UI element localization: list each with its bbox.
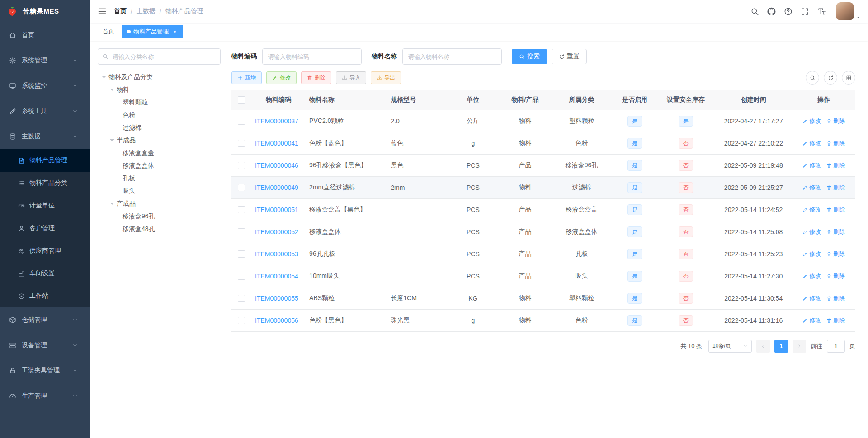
edit-button[interactable]: 修改: [266, 71, 297, 84]
row-delete-button[interactable]: 删除: [826, 184, 845, 192]
row-edit-button[interactable]: 修改: [802, 161, 821, 170]
columns-button[interactable]: [842, 71, 855, 85]
row-edit-button[interactable]: 修改: [802, 272, 821, 280]
caret-icon[interactable]: [102, 76, 106, 80]
row-checkbox[interactable]: [238, 118, 245, 125]
reset-button[interactable]: 重置: [552, 49, 587, 64]
row-checkbox[interactable]: [238, 250, 245, 258]
row-delete-button[interactable]: 删除: [826, 272, 845, 280]
tree-node[interactable]: 塑料颗粒: [98, 96, 221, 109]
material-name-input[interactable]: [402, 48, 502, 65]
material-code-link[interactable]: ITEM00000046: [255, 162, 298, 169]
material-code-link[interactable]: ITEM00000041: [255, 140, 298, 147]
sidebar-item-workshop-settings[interactable]: 车间设置: [0, 262, 90, 285]
hamburger-icon[interactable]: [98, 7, 107, 16]
sidebar-item-warehouse-mgmt[interactable]: 仓储管理: [0, 307, 90, 333]
sidebar-logo[interactable]: 苦糖果MES: [0, 0, 90, 23]
material-code-link[interactable]: ITEM00000054: [255, 273, 298, 280]
tree-node[interactable]: 移液盒盒体: [98, 160, 221, 172]
row-checkbox[interactable]: [238, 162, 245, 169]
tree-node[interactable]: 吸头: [98, 185, 221, 198]
tree-node[interactable]: 物料: [98, 84, 221, 96]
sidebar-item-material-product-mgmt[interactable]: 物料产品管理: [0, 149, 90, 172]
breadcrumb-item[interactable]: 主数据: [137, 7, 156, 15]
row-delete-button[interactable]: 删除: [826, 316, 845, 325]
row-edit-button[interactable]: 修改: [802, 228, 821, 236]
row-checkbox[interactable]: [238, 317, 245, 324]
material-code-input[interactable]: [262, 48, 362, 65]
sidebar-item-workstation[interactable]: 工作站: [0, 285, 90, 307]
import-button[interactable]: 导入: [336, 71, 366, 84]
sidebar-item-measure-unit[interactable]: 计量单位: [0, 194, 90, 217]
material-code-link[interactable]: ITEM00000053: [255, 250, 298, 258]
add-button[interactable]: 新增: [231, 71, 262, 84]
row-checkbox[interactable]: [238, 206, 245, 213]
row-checkbox[interactable]: [238, 184, 245, 191]
sidebar-item-fixture-mgmt[interactable]: 工装夹具管理: [0, 358, 90, 383]
row-delete-button[interactable]: 删除: [826, 250, 845, 258]
material-code-link[interactable]: ITEM00000055: [255, 295, 298, 302]
tree-node[interactable]: 产成品: [98, 198, 221, 210]
caret-icon[interactable]: [110, 203, 114, 207]
show-search-button[interactable]: [806, 71, 819, 85]
tree-node[interactable]: 移液盒盒盖: [98, 147, 221, 160]
sidebar-item-equipment-mgmt[interactable]: 设备管理: [0, 333, 90, 358]
row-checkbox[interactable]: [238, 228, 245, 235]
tab-home[interactable]: 首页: [98, 25, 119, 38]
sidebar-item-supplier-mgmt[interactable]: 供应商管理: [0, 240, 90, 262]
prev-page-button[interactable]: [756, 340, 770, 353]
tab-material-product-mgmt[interactable]: 物料产品管理×: [122, 25, 183, 38]
row-delete-button[interactable]: 删除: [826, 228, 845, 236]
row-delete-button[interactable]: 删除: [826, 294, 845, 302]
close-icon[interactable]: ×: [171, 28, 178, 35]
page-1-button[interactable]: 1: [774, 340, 788, 353]
tree-node[interactable]: 过滤棉: [98, 122, 221, 134]
sidebar-item-home[interactable]: 首页: [0, 23, 90, 48]
navbar-font-size-button[interactable]: [817, 7, 826, 16]
material-code-link[interactable]: ITEM00000052: [255, 228, 298, 235]
tree-node[interactable]: 孔板: [98, 172, 221, 185]
sidebar-item-system-monitor[interactable]: 系统监控: [0, 73, 90, 99]
row-checkbox[interactable]: [238, 295, 245, 302]
refresh-button[interactable]: [824, 71, 837, 85]
material-code-link[interactable]: ITEM00000056: [255, 317, 298, 324]
row-delete-button[interactable]: 删除: [826, 139, 845, 147]
row-edit-button[interactable]: 修改: [802, 316, 821, 325]
select-all-checkbox[interactable]: [238, 96, 245, 104]
row-edit-button[interactable]: 修改: [802, 139, 821, 147]
material-code-link[interactable]: ITEM00000049: [255, 184, 298, 191]
row-edit-button[interactable]: 修改: [802, 206, 821, 214]
tree-node[interactable]: 移液盒96孔: [98, 210, 221, 223]
tree-node[interactable]: 物料及产品分类: [98, 71, 221, 84]
navbar-github-button[interactable]: [767, 7, 776, 16]
row-checkbox[interactable]: [238, 140, 245, 147]
tree-node[interactable]: 移液盒48孔: [98, 223, 221, 235]
material-code-link[interactable]: ITEM00000037: [255, 118, 298, 125]
material-code-link[interactable]: ITEM00000051: [255, 206, 298, 213]
caret-icon[interactable]: [110, 89, 114, 93]
row-delete-button[interactable]: 删除: [826, 206, 845, 214]
sidebar-item-master-data[interactable]: 主数据: [0, 124, 90, 149]
sidebar-item-system-admin[interactable]: 系统管理: [0, 48, 90, 73]
row-edit-button[interactable]: 修改: [802, 250, 821, 258]
row-delete-button[interactable]: 删除: [826, 161, 845, 170]
row-checkbox[interactable]: [238, 273, 245, 280]
goto-page-input[interactable]: [827, 340, 845, 353]
tree-node[interactable]: 半成品: [98, 134, 221, 147]
delete-button[interactable]: 删除: [301, 71, 331, 84]
row-edit-button[interactable]: 修改: [802, 294, 821, 302]
navbar-question-button[interactable]: [784, 7, 793, 16]
next-page-button[interactable]: [793, 340, 806, 353]
page-size-select[interactable]: 10条/页: [708, 340, 752, 353]
search-button[interactable]: 搜索: [512, 49, 547, 64]
row-delete-button[interactable]: 删除: [826, 117, 845, 125]
tree-node[interactable]: 色粉: [98, 109, 221, 122]
sidebar-item-system-tools[interactable]: 系统工具: [0, 99, 90, 124]
export-button[interactable]: 导出: [371, 71, 401, 84]
navbar-search-button[interactable]: [750, 7, 759, 16]
category-search-input[interactable]: [98, 48, 221, 65]
breadcrumb-item[interactable]: 首页: [114, 7, 127, 15]
user-menu[interactable]: [836, 2, 861, 20]
sidebar-item-material-product-category[interactable]: 物料产品分类: [0, 172, 90, 194]
caret-icon[interactable]: [110, 139, 114, 144]
